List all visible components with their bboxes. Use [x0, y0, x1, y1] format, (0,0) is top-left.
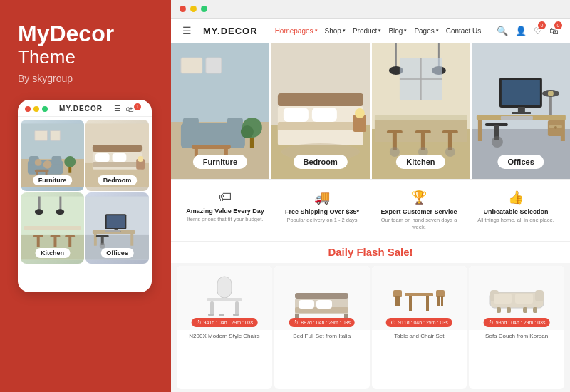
svg-point-26	[35, 210, 43, 215]
svg-rect-69	[284, 108, 309, 122]
mobile-cell-furniture[interactable]: Furniture	[21, 120, 84, 191]
hero-label-offices: Offices	[497, 155, 544, 169]
feature-service-desc: Our team on hand seven days a week.	[373, 217, 465, 231]
nav-link-shop[interactable]: Shop▾	[325, 27, 346, 35]
svg-rect-101	[518, 107, 525, 113]
svg-rect-97	[478, 120, 482, 141]
svg-point-106	[492, 136, 503, 148]
brand-subtitle: Theme	[18, 46, 153, 68]
nav-actions: 🔍 👤 ♡ 0 🛍 0	[497, 24, 559, 37]
svg-rect-55	[227, 118, 243, 130]
svg-rect-133	[393, 290, 402, 296]
svg-rect-128	[409, 296, 412, 311]
svg-rect-141	[494, 294, 512, 304]
svg-rect-52	[206, 58, 222, 73]
nav-link-pages[interactable]: Pages▾	[414, 27, 438, 35]
svg-rect-107	[549, 95, 552, 115]
svg-rect-4	[52, 156, 62, 165]
cart-container[interactable]: 🛍 0	[549, 24, 559, 37]
product-card-sofa[interactable]: ⏱ 936d : 04h : 29m : 03s Sofa Couch from…	[469, 266, 564, 390]
svg-rect-113	[217, 277, 232, 298]
svg-rect-31	[37, 237, 40, 247]
mobile-cell-bedroom[interactable]: Bedroom	[86, 120, 149, 191]
svg-rect-144	[533, 307, 537, 313]
product-img-bed: ⏱ 887d : 04h : 29m : 03s	[274, 266, 370, 330]
svg-rect-40	[130, 233, 133, 246]
nav-link-blog[interactable]: Blog▾	[388, 27, 407, 35]
mobile-categories-grid: Furniture	[18, 117, 152, 267]
svg-rect-100	[502, 80, 540, 105]
right-panel: ☰ MY.DECOR Homepages▾ Shop▾ Product▾ Blo…	[171, 0, 570, 392]
svg-rect-70	[312, 108, 337, 122]
svg-rect-140	[535, 290, 544, 301]
svg-rect-16	[93, 145, 142, 153]
mobile-dot-yellow	[33, 106, 39, 112]
mobile-logo: MY.DECOR	[59, 105, 103, 113]
mobile-label-kitchen: Kitchen	[35, 248, 70, 258]
nav-link-homepages[interactable]: Homepages▾	[275, 27, 318, 35]
flash-sale: Daily Flash Sale!	[171, 242, 570, 263]
feature-value-desc: Items prices that fit your budget.	[187, 216, 264, 223]
svg-point-28	[56, 210, 64, 215]
search-icon[interactable]: 🔍	[497, 26, 508, 36]
product-img-table: ⏱ 911d : 04h : 29m : 03s	[372, 266, 467, 330]
svg-rect-35	[68, 237, 71, 247]
chrome-minimize	[190, 6, 197, 12]
product-timer-chair: ⏱ 941d : 04h : 29m : 03s	[192, 318, 258, 327]
nav-link-contact[interactable]: Contact Us	[446, 27, 481, 35]
feature-shipping-desc: Popular delivery on 1 - 2 days	[286, 217, 357, 224]
user-icon[interactable]: 👤	[515, 26, 527, 36]
svg-rect-20	[93, 162, 142, 167]
flash-sale-title: Daily Flash Sale!	[328, 246, 413, 258]
wishlist-cart[interactable]: ♡ 0	[534, 24, 542, 37]
svg-rect-27	[59, 197, 61, 211]
svg-rect-42	[107, 216, 125, 229]
tag-icon: 🏷	[219, 190, 232, 205]
svg-rect-48	[105, 230, 121, 232]
mobile-cell-kitchen[interactable]: Kitchen	[21, 192, 84, 264]
product-card-bed[interactable]: ⏱ 887d : 04h : 29m : 03s Bed Full Set fr…	[274, 266, 370, 390]
hero-cell-offices[interactable]: Offices	[472, 43, 570, 179]
svg-point-84	[389, 147, 399, 157]
products-grid: ⏱ 941d : 04h : 29m : 03s N200X Modern St…	[171, 263, 570, 393]
hero-cell-furniture[interactable]: Furniture	[171, 43, 269, 179]
svg-rect-132	[398, 296, 400, 306]
svg-point-72	[355, 108, 365, 118]
mobile-badge: 1	[134, 103, 141, 110]
nav-logo: MY.DECOR	[203, 26, 258, 36]
product-card-table[interactable]: ⏱ 911d : 04h : 29m : 03s Table and Chair…	[372, 266, 467, 390]
mobile-label-bedroom: Bedroom	[98, 175, 138, 185]
svg-rect-7	[35, 131, 48, 141]
svg-rect-114	[207, 298, 242, 301]
svg-rect-66	[278, 93, 363, 106]
feature-selection: 👍 Unbeatable Selection All things home, …	[467, 187, 564, 234]
clock-icon: ⏱	[196, 319, 202, 326]
svg-rect-131	[395, 296, 398, 306]
mobile-icons: ☰ 🛍 1	[114, 104, 145, 113]
svg-rect-39	[94, 233, 97, 246]
website: ☰ MY.DECOR Homepages▾ Shop▾ Product▾ Blo…	[171, 19, 570, 392]
mobile-dot-red	[25, 106, 31, 112]
wish-count: 0	[538, 21, 546, 29]
svg-rect-142	[515, 294, 533, 304]
svg-rect-146	[523, 307, 527, 313]
hero-cell-bedroom[interactable]: Bedroom	[271, 43, 370, 179]
svg-rect-124	[316, 300, 332, 309]
nav-link-product[interactable]: Product▾	[353, 27, 381, 35]
mobile-hamburger-icon: ☰	[114, 104, 121, 113]
mobile-header: MY.DECOR ☰ 🛍 1	[18, 100, 152, 117]
hero-grid: Furniture	[171, 43, 570, 179]
svg-rect-123	[299, 300, 314, 309]
svg-point-60	[241, 125, 254, 138]
mobile-cell-offices[interactable]: Offices	[86, 192, 149, 264]
svg-rect-143	[497, 307, 501, 313]
hero-cell-kitchen[interactable]: Kitchen	[372, 43, 470, 179]
hamburger-icon[interactable]: ☰	[182, 25, 192, 36]
svg-rect-68	[278, 122, 363, 130]
feature-shipping: 🚚 Free Shipping Over $35* Popular delive…	[274, 187, 370, 234]
hero-label-furniture: Furniture	[193, 155, 247, 169]
hero-label-bedroom: Bedroom	[293, 155, 347, 169]
product-name-chair: N200X Modern Style Chairs	[177, 330, 272, 342]
hero-label-kitchen: Kitchen	[396, 155, 445, 169]
product-card-chair[interactable]: ⏱ 941d : 04h : 29m : 03s N200X Modern St…	[177, 266, 272, 390]
